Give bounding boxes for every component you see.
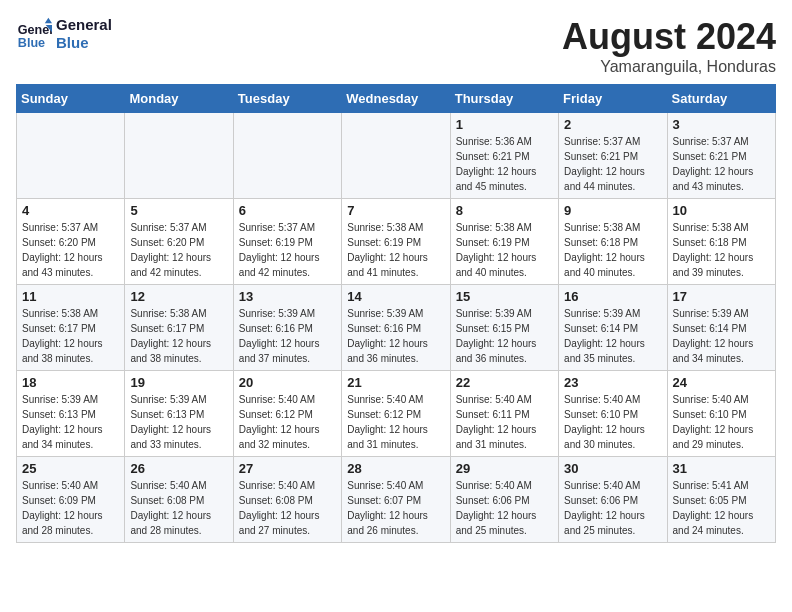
- day-info: Sunrise: 5:37 AM Sunset: 6:20 PM Dayligh…: [130, 220, 227, 280]
- calendar-cell: 6Sunrise: 5:37 AM Sunset: 6:19 PM Daylig…: [233, 199, 341, 285]
- calendar-cell: 4Sunrise: 5:37 AM Sunset: 6:20 PM Daylig…: [17, 199, 125, 285]
- day-header-thursday: Thursday: [450, 85, 558, 113]
- day-info: Sunrise: 5:38 AM Sunset: 6:19 PM Dayligh…: [456, 220, 553, 280]
- day-number: 5: [130, 203, 227, 218]
- day-number: 25: [22, 461, 119, 476]
- logo-line1: General: [56, 16, 112, 34]
- calendar-cell: [233, 113, 341, 199]
- calendar-week-1: 1Sunrise: 5:36 AM Sunset: 6:21 PM Daylig…: [17, 113, 776, 199]
- day-info: Sunrise: 5:40 AM Sunset: 6:12 PM Dayligh…: [347, 392, 444, 452]
- page-subtitle: Yamaranguila, Honduras: [562, 58, 776, 76]
- calendar-header-row: SundayMondayTuesdayWednesdayThursdayFrid…: [17, 85, 776, 113]
- calendar-cell: 21Sunrise: 5:40 AM Sunset: 6:12 PM Dayli…: [342, 371, 450, 457]
- day-number: 13: [239, 289, 336, 304]
- day-number: 4: [22, 203, 119, 218]
- day-header-wednesday: Wednesday: [342, 85, 450, 113]
- day-info: Sunrise: 5:38 AM Sunset: 6:17 PM Dayligh…: [22, 306, 119, 366]
- day-info: Sunrise: 5:40 AM Sunset: 6:06 PM Dayligh…: [564, 478, 661, 538]
- day-info: Sunrise: 5:41 AM Sunset: 6:05 PM Dayligh…: [673, 478, 770, 538]
- calendar-cell: 17Sunrise: 5:39 AM Sunset: 6:14 PM Dayli…: [667, 285, 775, 371]
- calendar-cell: 29Sunrise: 5:40 AM Sunset: 6:06 PM Dayli…: [450, 457, 558, 543]
- page-title: August 2024: [562, 16, 776, 58]
- day-info: Sunrise: 5:40 AM Sunset: 6:06 PM Dayligh…: [456, 478, 553, 538]
- day-info: Sunrise: 5:37 AM Sunset: 6:19 PM Dayligh…: [239, 220, 336, 280]
- day-number: 29: [456, 461, 553, 476]
- day-number: 30: [564, 461, 661, 476]
- day-number: 12: [130, 289, 227, 304]
- day-header-sunday: Sunday: [17, 85, 125, 113]
- day-info: Sunrise: 5:37 AM Sunset: 6:21 PM Dayligh…: [673, 134, 770, 194]
- day-number: 17: [673, 289, 770, 304]
- day-info: Sunrise: 5:39 AM Sunset: 6:13 PM Dayligh…: [22, 392, 119, 452]
- calendar-cell: 15Sunrise: 5:39 AM Sunset: 6:15 PM Dayli…: [450, 285, 558, 371]
- calendar-cell: 28Sunrise: 5:40 AM Sunset: 6:07 PM Dayli…: [342, 457, 450, 543]
- calendar-cell: 22Sunrise: 5:40 AM Sunset: 6:11 PM Dayli…: [450, 371, 558, 457]
- calendar-week-2: 4Sunrise: 5:37 AM Sunset: 6:20 PM Daylig…: [17, 199, 776, 285]
- day-number: 8: [456, 203, 553, 218]
- day-info: Sunrise: 5:39 AM Sunset: 6:15 PM Dayligh…: [456, 306, 553, 366]
- calendar-cell: 12Sunrise: 5:38 AM Sunset: 6:17 PM Dayli…: [125, 285, 233, 371]
- day-info: Sunrise: 5:38 AM Sunset: 6:19 PM Dayligh…: [347, 220, 444, 280]
- day-number: 7: [347, 203, 444, 218]
- calendar-cell: 10Sunrise: 5:38 AM Sunset: 6:18 PM Dayli…: [667, 199, 775, 285]
- calendar-cell: 5Sunrise: 5:37 AM Sunset: 6:20 PM Daylig…: [125, 199, 233, 285]
- calendar-week-5: 25Sunrise: 5:40 AM Sunset: 6:09 PM Dayli…: [17, 457, 776, 543]
- day-number: 23: [564, 375, 661, 390]
- day-info: Sunrise: 5:40 AM Sunset: 6:10 PM Dayligh…: [564, 392, 661, 452]
- day-info: Sunrise: 5:40 AM Sunset: 6:11 PM Dayligh…: [456, 392, 553, 452]
- calendar-cell: 3Sunrise: 5:37 AM Sunset: 6:21 PM Daylig…: [667, 113, 775, 199]
- logo: General Blue General Blue: [16, 16, 112, 52]
- calendar-body: 1Sunrise: 5:36 AM Sunset: 6:21 PM Daylig…: [17, 113, 776, 543]
- day-number: 9: [564, 203, 661, 218]
- day-number: 28: [347, 461, 444, 476]
- calendar-cell: 23Sunrise: 5:40 AM Sunset: 6:10 PM Dayli…: [559, 371, 667, 457]
- day-info: Sunrise: 5:39 AM Sunset: 6:14 PM Dayligh…: [564, 306, 661, 366]
- day-info: Sunrise: 5:40 AM Sunset: 6:12 PM Dayligh…: [239, 392, 336, 452]
- svg-marker-2: [45, 18, 52, 23]
- day-number: 24: [673, 375, 770, 390]
- calendar-cell: 7Sunrise: 5:38 AM Sunset: 6:19 PM Daylig…: [342, 199, 450, 285]
- calendar-cell: 8Sunrise: 5:38 AM Sunset: 6:19 PM Daylig…: [450, 199, 558, 285]
- calendar-cell: 20Sunrise: 5:40 AM Sunset: 6:12 PM Dayli…: [233, 371, 341, 457]
- day-info: Sunrise: 5:39 AM Sunset: 6:13 PM Dayligh…: [130, 392, 227, 452]
- calendar-cell: 2Sunrise: 5:37 AM Sunset: 6:21 PM Daylig…: [559, 113, 667, 199]
- day-number: 21: [347, 375, 444, 390]
- day-info: Sunrise: 5:39 AM Sunset: 6:16 PM Dayligh…: [239, 306, 336, 366]
- day-number: 26: [130, 461, 227, 476]
- calendar-cell: 27Sunrise: 5:40 AM Sunset: 6:08 PM Dayli…: [233, 457, 341, 543]
- logo-icon: General Blue: [16, 16, 52, 52]
- day-number: 16: [564, 289, 661, 304]
- day-header-monday: Monday: [125, 85, 233, 113]
- calendar-cell: 24Sunrise: 5:40 AM Sunset: 6:10 PM Dayli…: [667, 371, 775, 457]
- day-info: Sunrise: 5:37 AM Sunset: 6:21 PM Dayligh…: [564, 134, 661, 194]
- day-number: 14: [347, 289, 444, 304]
- calendar-cell: 14Sunrise: 5:39 AM Sunset: 6:16 PM Dayli…: [342, 285, 450, 371]
- day-info: Sunrise: 5:40 AM Sunset: 6:09 PM Dayligh…: [22, 478, 119, 538]
- calendar-week-4: 18Sunrise: 5:39 AM Sunset: 6:13 PM Dayli…: [17, 371, 776, 457]
- day-info: Sunrise: 5:38 AM Sunset: 6:18 PM Dayligh…: [564, 220, 661, 280]
- calendar-cell: 11Sunrise: 5:38 AM Sunset: 6:17 PM Dayli…: [17, 285, 125, 371]
- day-number: 3: [673, 117, 770, 132]
- day-number: 27: [239, 461, 336, 476]
- calendar-cell: [17, 113, 125, 199]
- day-number: 31: [673, 461, 770, 476]
- day-info: Sunrise: 5:39 AM Sunset: 6:16 PM Dayligh…: [347, 306, 444, 366]
- day-number: 20: [239, 375, 336, 390]
- calendar-cell: [342, 113, 450, 199]
- day-number: 19: [130, 375, 227, 390]
- calendar-cell: 16Sunrise: 5:39 AM Sunset: 6:14 PM Dayli…: [559, 285, 667, 371]
- day-info: Sunrise: 5:38 AM Sunset: 6:17 PM Dayligh…: [130, 306, 227, 366]
- calendar-week-3: 11Sunrise: 5:38 AM Sunset: 6:17 PM Dayli…: [17, 285, 776, 371]
- day-info: Sunrise: 5:39 AM Sunset: 6:14 PM Dayligh…: [673, 306, 770, 366]
- day-number: 1: [456, 117, 553, 132]
- calendar-cell: 9Sunrise: 5:38 AM Sunset: 6:18 PM Daylig…: [559, 199, 667, 285]
- day-number: 22: [456, 375, 553, 390]
- day-header-saturday: Saturday: [667, 85, 775, 113]
- calendar-cell: [125, 113, 233, 199]
- day-info: Sunrise: 5:40 AM Sunset: 6:08 PM Dayligh…: [239, 478, 336, 538]
- day-number: 15: [456, 289, 553, 304]
- day-info: Sunrise: 5:37 AM Sunset: 6:20 PM Dayligh…: [22, 220, 119, 280]
- calendar-table: SundayMondayTuesdayWednesdayThursdayFrid…: [16, 84, 776, 543]
- day-number: 10: [673, 203, 770, 218]
- day-number: 18: [22, 375, 119, 390]
